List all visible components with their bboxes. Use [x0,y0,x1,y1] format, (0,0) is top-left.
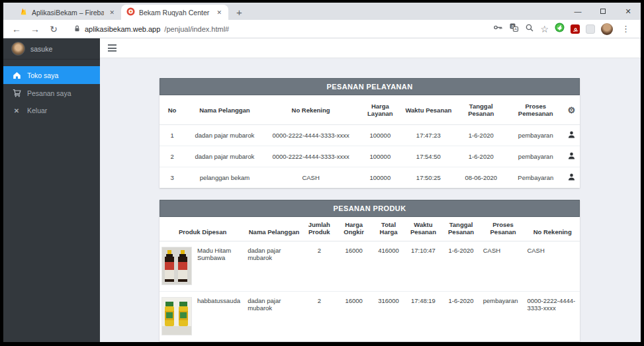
reload-icon[interactable]: ↻ [46,24,62,34]
bookmark-star-icon[interactable]: ☆ [540,24,549,34]
window-controls: — ✕ [565,3,641,20]
settings-gear-icon[interactable]: ⚙ [567,105,575,115]
col-no-rekening: No Rekening [265,95,357,125]
lock-icon [73,23,81,35]
cell-no: 3 [160,167,185,189]
new-tab-button[interactable]: + [228,7,250,20]
tab-strip: AplikasiBekam – Firebase console ✕ Bekam… [3,3,641,20]
tab-title: AplikasiBekam – Firebase console [32,9,104,17]
col-tanggal-pesanan: Tanggal Pesanan [453,95,508,125]
habbatussauda-product-photo [161,297,192,335]
sidebar-menu: Toko saya Pesanan saya ✕ Keluar [3,60,100,119]
chrome-menu-icon[interactable]: ⋮ [619,24,633,34]
cell-waktu: 17:10:47 [405,241,441,292]
tab-close-icon[interactable]: ✕ [108,9,116,16]
product-orders-title: PESANAN PRODUK [160,200,580,217]
cell-jumlah: 2 [302,292,336,342]
cell-rekening: 0000-2222-4444-3333-xxxx [265,146,357,167]
service-orders-card: PESANAN PELAYANAN No Nama Pelanggan No R… [160,78,580,188]
svg-text:A: A [514,27,517,31]
home-icon [12,71,21,79]
cell-proses: pembayaran [481,292,526,342]
forward-icon[interactable]: → [27,24,43,34]
cart-icon [12,89,21,97]
table-row: 2 dadan pajar mubarok 0000-2222-4444-333… [160,146,580,167]
minimize-button[interactable]: — [565,7,590,15]
customer-person-icon[interactable] [568,175,575,182]
extension-icon[interactable] [586,24,595,34]
adobe-pdf-extension-icon[interactable] [571,24,580,34]
address-bar: ← → ↻ aplikasibekam.web.app/penjual/inde… [3,20,641,38]
madu-hitam-product-photo [161,247,192,285]
cell-nama: dadan pajar mubarok [246,292,302,342]
col-proses-pesanan: Proses Pesanan [481,217,526,241]
close-window-button[interactable]: ✕ [616,7,641,16]
sidebar-item-toko-saya[interactable]: Toko saya [3,66,100,84]
cell-no: 1 [160,125,185,146]
browser-window: AplikasiBekam – Firebase console ✕ Bekam… [3,3,641,342]
service-orders-title: PESANAN PELAYANAN [160,78,580,95]
cell-total: 416000 [372,241,406,292]
service-orders-table: No Nama Pelanggan No Rekening Harga Laya… [160,95,580,188]
user-avatar [11,42,25,56]
toolbar-icons: aA ☆ ⋮ [493,22,635,35]
col-nama-pelanggan: Nama Pelanggan [246,217,302,241]
cell-tanggal: 1-6-2020 [453,125,508,146]
col-tanggal-pesanan: Tanggal Pesanan [441,217,481,241]
app-page: sasuke Toko saya Pesanan saya ✕ [3,38,641,342]
user-name: sasuke [30,45,52,53]
chrome-profile-avatar[interactable] [601,23,613,35]
url-domain: aplikasibekam.web.app [85,25,160,33]
cell-waktu: 17:48:19 [405,292,441,342]
tab-bekam-ruqyah-center[interactable]: Bekam Ruqyah Center ✕ [121,5,228,20]
table-row: 3 pelanggan bekam CASH 100000 17:50:25 0… [160,167,580,189]
close-x-icon: ✕ [12,107,21,114]
customer-person-icon[interactable] [568,132,575,140]
zoom-magnifier-icon[interactable] [525,23,534,35]
col-jumlah-produk: Jumlah Produk [302,217,336,241]
password-key-icon[interactable] [493,22,503,35]
sidebar-item-pesanan-saya[interactable]: Pesanan saya [3,84,100,102]
main-area: PESANAN PELAYANAN No Nama Pelanggan No R… [100,38,641,342]
cell-proses: pembayaran [508,125,563,146]
customer-person-icon[interactable] [568,153,575,161]
col-harga-ongkir: Harga Ongkir [336,217,372,241]
tab-firebase-console[interactable]: AplikasiBekam – Firebase console ✕ [14,5,121,20]
back-icon[interactable]: ← [9,24,24,34]
cell-harga: 100000 [357,146,403,167]
col-no: No [160,95,185,125]
col-no-rekening: No Rekening [525,217,580,241]
bekam-site-icon [126,7,135,17]
cell-harga: 100000 [357,167,403,189]
cell-waktu: 17:50:25 [403,167,453,189]
cell-rekening: CASH [265,167,357,189]
sidebar-item-keluar[interactable]: ✕ Keluar [3,102,100,119]
hamburger-menu-icon[interactable] [108,44,116,52]
cell-nama: dadan pajar mubarok [185,125,265,146]
cell-jumlah: 2 [302,241,336,292]
col-proses-pemesanan: Proses Pemesanan [508,95,563,125]
maximize-button[interactable] [590,7,616,15]
cell-waktu: 17:54:50 [403,146,453,167]
cell-rekening: 0000-2222-4444-3333-xxxx [265,125,357,146]
cell-waktu: 17:47:23 [403,125,453,146]
cell-proses: Pembayaran [508,167,563,189]
url-field[interactable]: aplikasibekam.web.app/penjual/index.html… [64,23,490,35]
table-row: Madu Hitam Sumbawa dadan pajar mubarok 2… [160,241,580,292]
screenshot-frame: AplikasiBekam – Firebase console ✕ Bekam… [0,0,644,346]
cell-tanggal: 08-06-2020 [453,167,508,189]
cell-ongkir: 16000 [336,241,372,292]
cell-tanggal: 1-6-2020 [441,241,481,292]
idm-extension-icon[interactable] [555,22,565,35]
tab-close-icon[interactable]: ✕ [215,9,223,16]
col-waktu-pesanan: Waktu Pesanan [403,95,453,125]
table-row: habbatussauda dadan pajar mubarok 2 1600… [160,292,580,342]
cell-proses: pembayaran [508,146,563,167]
tab-title: Bekam Ruqyah Center [139,9,211,17]
cell-nama: pelanggan bekam [185,167,265,189]
sidebar: sasuke Toko saya Pesanan saya ✕ [3,38,100,342]
sidebar-item-label: Pesanan saya [27,89,71,97]
cell-total: 316000 [372,292,406,342]
translate-icon[interactable]: aA [509,22,519,35]
cell-no: 2 [160,146,185,167]
